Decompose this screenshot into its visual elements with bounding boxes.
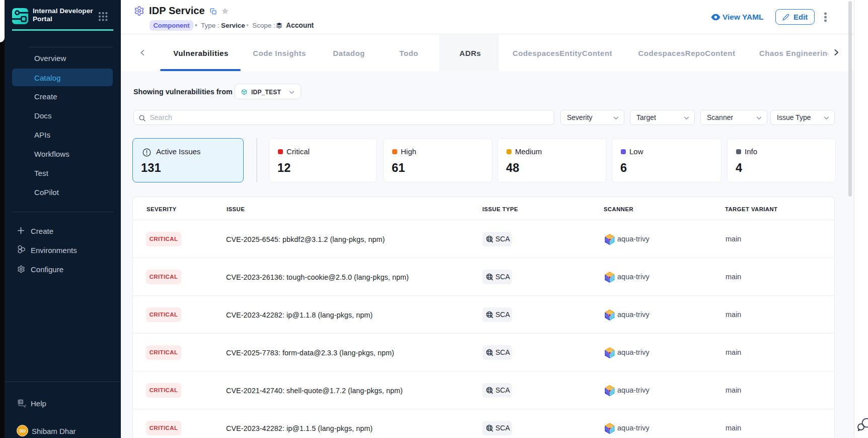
svg-text:?: ?: [19, 399, 22, 405]
